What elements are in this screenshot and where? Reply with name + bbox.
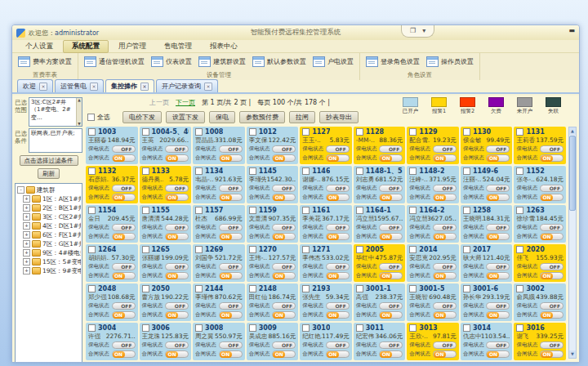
baodian-toggle[interactable]: OFF (219, 224, 243, 231)
hezha-toggle[interactable]: ON (433, 350, 457, 358)
meter-card[interactable]: 2017耿大师121.40元保电状态OFF合闸状态ON (461, 244, 513, 282)
meter-card[interactable]: 1148-2汪峰-..371.95元保电状态OFF合闸状态ON (407, 166, 459, 203)
card-checkbox[interactable] (463, 167, 470, 175)
hezha-toggle[interactable]: ON (272, 311, 296, 319)
meter-card[interactable]: 2014安思克202.95元保电状态OFF合闸状态ON (407, 244, 459, 282)
menu-item-4[interactable]: 报表中心 (202, 41, 246, 52)
meter-card[interactable]: 3002俞凤娥439.88元保电状态OFF合闸状态ON (514, 283, 566, 321)
meter-card[interactable]: 1159文薏清907.35元保电状态OFF合闸状态ON (247, 205, 299, 243)
baodian-toggle[interactable]: OFF (379, 185, 403, 192)
card-checkbox[interactable] (463, 285, 470, 292)
baodian-toggle[interactable]: OFF (326, 341, 350, 349)
meter-card[interactable]: 1146谢娜-..876.15元保电状态OFF合闸状态ON (300, 166, 352, 203)
hezha-toggle[interactable]: ON (219, 154, 243, 162)
baodian-toggle[interactable]: OFF (379, 302, 403, 310)
action-button-3[interactable]: 参数预付费 (239, 111, 285, 123)
card-checkbox[interactable] (302, 246, 310, 253)
hezha-toggle[interactable]: ON (540, 311, 564, 319)
meter-card[interactable]: 3013王欣-..97.81元保电状态OFF合闸状态ON (407, 323, 459, 360)
menu-item-3[interactable]: 售电管理 (156, 41, 200, 52)
meter-card[interactable]: 1157杜杰686.99元保电状态OFF合闸状态ON (193, 205, 245, 243)
card-checkbox[interactable] (463, 128, 470, 136)
hezha-toggle[interactable]: ON (112, 194, 136, 201)
meter-card[interactable]: 1127王玉-..5.83元保电状态OFF合闸状态ON (300, 127, 352, 164)
card-checkbox[interactable] (249, 285, 256, 292)
hezha-toggle[interactable]: ON (433, 311, 457, 319)
hezha-toggle[interactable]: ON (486, 154, 510, 162)
baodian-toggle[interactable]: OFF (165, 263, 189, 270)
baodian-toggle[interactable]: OFF (379, 224, 403, 231)
baodian-toggle[interactable]: OFF (272, 263, 296, 270)
meter-card[interactable]: 1263徐珍雪..184.45元保电状态OFF合闸状态ON (514, 205, 566, 243)
card-checkbox[interactable] (142, 285, 149, 292)
refresh-button[interactable]: 刷新 (38, 168, 60, 179)
ribbon-button[interactable]: 户电设置 (310, 55, 357, 69)
baodian-toggle[interactable]: OFF (165, 224, 189, 231)
baodian-toggle[interactable]: OFF (272, 302, 296, 310)
card-checkbox[interactable] (302, 128, 310, 136)
card-checkbox[interactable] (195, 167, 203, 175)
tree-item-8[interactable]: +19区：9#变电站（2... (17, 266, 81, 275)
hezha-toggle[interactable]: ON (326, 194, 350, 201)
meter-card[interactable]: 2144李瑾伟870.62元保电状态OFF合闸状态ON (193, 283, 245, 321)
tree-item-1[interactable]: +2区：B区1#井(B区1... (17, 203, 81, 212)
meter-card[interactable]: 3001-6孙长华293.19元保电状态OFF合闸状态ON (461, 283, 513, 321)
close-icon[interactable]: × (204, 83, 212, 91)
select-all[interactable]: 全选 (87, 113, 110, 122)
select-all-checkbox[interactable] (87, 114, 95, 121)
ribbon-button[interactable]: 操作员设置 (423, 55, 477, 69)
hezha-toggle[interactable]: ON (379, 194, 403, 201)
meter-card[interactable]: 2193张先生59.34元保电状态OFF合闸状态ON (300, 283, 352, 321)
ribbon-button[interactable]: 通信管理机设置 (81, 55, 148, 69)
meter-card[interactable]: 3001-1高强238.37元保电状态OFF合闸状态ON (354, 283, 406, 321)
scrollbar-thumb[interactable] (569, 136, 576, 211)
tab-1[interactable]: 运管售电× (55, 79, 104, 92)
hezha-toggle[interactable]: ON (379, 272, 403, 279)
baodian-toggle[interactable]: OFF (272, 185, 296, 192)
hezha-toggle[interactable]: ON (326, 154, 350, 162)
hezha-toggle[interactable]: ON (326, 350, 350, 358)
baodian-toggle[interactable]: OFF (219, 145, 243, 153)
card-checkbox[interactable] (516, 324, 523, 332)
meter-card[interactable]: 3010纪红艳..117.49元保电状态OFF合闸状态ON (300, 323, 352, 360)
action-button-4[interactable]: 拉闸 (289, 111, 315, 123)
baodian-toggle[interactable]: OFF (433, 263, 457, 270)
card-checkbox[interactable] (88, 246, 96, 253)
meter-card[interactable]: 2148田红仙186.74元保电状态OFF合闸状态ON (247, 283, 299, 321)
hezha-toggle[interactable]: ON (219, 311, 243, 319)
hezha-toggle[interactable]: ON (272, 272, 296, 279)
card-checkbox[interactable] (409, 285, 416, 292)
hezha-toggle[interactable]: ON (486, 194, 510, 201)
hezha-toggle[interactable]: ON (219, 194, 243, 201)
hezha-toggle[interactable]: ON (165, 233, 189, 240)
card-checkbox[interactable] (195, 246, 203, 253)
expand-icon[interactable]: + (23, 240, 30, 248)
hezha-toggle[interactable]: ON (540, 350, 564, 358)
baodian-toggle[interactable]: OFF (379, 263, 403, 270)
card-checkbox[interactable] (463, 324, 470, 332)
baodian-toggle[interactable]: OFF (165, 185, 189, 192)
baodian-toggle[interactable]: OFF (165, 145, 189, 153)
hezha-toggle[interactable]: ON (112, 233, 136, 240)
meter-card[interactable]: 1004-5、40-王英2029.66..保电状态OFF合闸状态ON (140, 127, 192, 164)
card-checkbox[interactable] (516, 128, 523, 136)
expand-icon[interactable]: + (23, 258, 30, 266)
baodian-toggle[interactable]: OFF (486, 263, 510, 270)
hezha-toggle[interactable]: ON (379, 154, 403, 162)
menu-item-2[interactable]: 用户管理 (110, 41, 154, 52)
meter-card[interactable]: 1012李文保..122.42元保电状态OFF合闸状态ON (247, 127, 299, 164)
meter-card[interactable]: 3011纪宏伟346.06元保电状态OFF合闸状态ON (354, 323, 406, 360)
selected-range-box[interactable]: 3区:C区2#井（1#变电、2#变... ▲ ▼ (29, 97, 82, 127)
menu-item-0[interactable]: 个人设置 (17, 41, 61, 52)
meter-card[interactable]: 1154金日209.45元保电状态OFF合闸状态ON (86, 205, 138, 243)
hezha-toggle[interactable]: ON (540, 272, 564, 279)
meter-card[interactable]: 1131王莉香..137.59元保电状态OFF合闸状态ON (514, 127, 566, 164)
hezha-toggle[interactable]: ON (326, 311, 350, 319)
baodian-toggle[interactable]: OFF (433, 302, 457, 310)
grid-scrollbar[interactable]: ▲ ▼ (568, 127, 577, 359)
prev-page-link[interactable]: 上一页 (149, 98, 169, 107)
card-checkbox[interactable] (356, 246, 363, 253)
card-checkbox[interactable] (88, 285, 96, 292)
tree-item-2[interactable]: +3区：C区2#井（1#... (17, 212, 81, 221)
ribbon-button[interactable]: 费率方案设置 (15, 55, 75, 69)
